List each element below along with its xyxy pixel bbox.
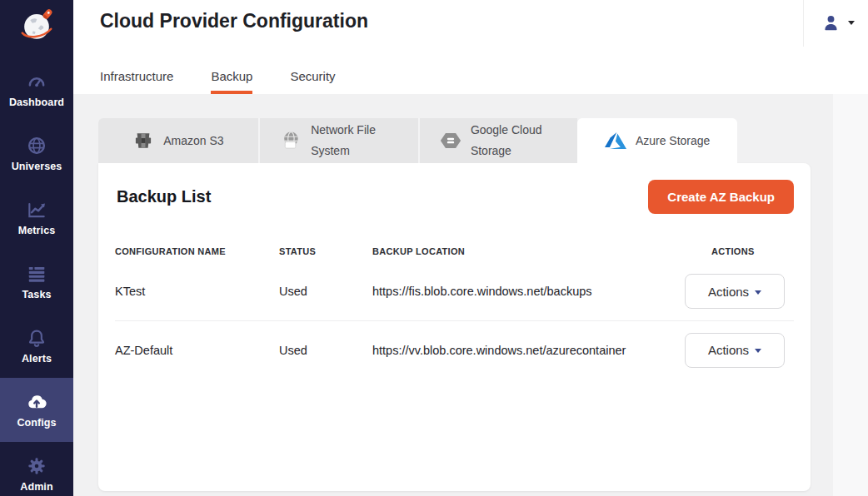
gear-icon (26, 455, 47, 477)
sidebar-nav: Dashboard Universes Metrics (0, 57, 73, 496)
sidebar-item-label: Tasks (22, 289, 51, 300)
table-row[interactable]: AZ-Default Used https://vv.blob.core.win… (115, 320, 794, 379)
status-cell: Used (279, 344, 372, 357)
chart-icon (26, 199, 47, 221)
gcs-hexagon-icon (440, 130, 461, 151)
azure-icon (605, 130, 626, 151)
sidebar-item-label: Metrics (18, 225, 55, 236)
tab-security[interactable]: Security (290, 69, 335, 94)
sidebar-item-configs[interactable]: Configs (0, 378, 73, 442)
actions-button-label: Actions (708, 343, 749, 357)
sidebar-item-label: Universes (12, 161, 62, 172)
chevron-down-icon (755, 349, 761, 353)
sidebar-item-metrics[interactable]: Metrics (0, 186, 73, 250)
create-az-backup-button[interactable]: Create AZ Backup (648, 180, 794, 214)
chevron-down-icon (755, 290, 761, 295)
provider-tabs: Amazon S3 Network File System (98, 118, 737, 163)
header-divider (803, 0, 804, 47)
config-name-cell: KTest (115, 285, 279, 298)
nfs-globe-icon (280, 130, 302, 151)
tab-backup[interactable]: Backup (211, 69, 252, 94)
sidebar-item-tasks[interactable]: Tasks (0, 250, 73, 314)
app-logo-icon[interactable] (17, 6, 56, 44)
backup-list-panel: Backup List Create AZ Backup CONFIGURATI… (98, 163, 811, 491)
provider-tab-azure-storage[interactable]: Azure Storage (577, 118, 737, 163)
table-header-row: CONFIGURATION NAME STATUS BACKUP LOCATIO… (115, 241, 794, 262)
sidebar-item-label: Admin (20, 481, 52, 493)
actions-button-label: Actions (708, 285, 749, 299)
panel-heading: Backup List (117, 187, 211, 206)
content-area: Amazon S3 Network File System (73, 94, 868, 496)
user-menu-dropdown[interactable] (821, 13, 855, 32)
provider-tab-google-cloud-storage[interactable]: Google Cloud Storage (418, 118, 578, 163)
sidebar-item-label: Dashboard (9, 97, 64, 108)
sidebar-item-universes[interactable]: Universes (0, 122, 73, 186)
sidebar: Dashboard Universes Metrics (0, 0, 73, 496)
app-root: Dashboard Universes Metrics (0, 0, 868, 496)
top-header: Cloud Provider Configuration Infrastruct… (73, 0, 868, 94)
column-header-actions: ACTIONS (685, 246, 794, 256)
provider-tab-network-file-system[interactable]: Network File System (258, 118, 418, 163)
actions-dropdown-button[interactable]: Actions (685, 274, 785, 309)
status-cell: Used (279, 285, 372, 298)
user-icon (821, 13, 841, 32)
sidebar-item-alerts[interactable]: Alerts (0, 314, 73, 378)
sidebar-item-admin[interactable]: Admin (0, 442, 73, 496)
main-area: Cloud Provider Configuration Infrastruct… (73, 0, 868, 496)
backup-location-cell: https://fis.blob.core.windows.net/backup… (372, 285, 685, 298)
backup-location-cell: https://vv.blob.core.windows.net/azureco… (372, 344, 685, 357)
provider-tab-label: Amazon S3 (163, 131, 223, 151)
backup-table: CONFIGURATION NAME STATUS BACKUP LOCATIO… (115, 241, 794, 379)
sidebar-item-label: Alerts (22, 353, 52, 365)
actions-dropdown-button[interactable]: Actions (685, 333, 785, 368)
section-tabs: Infrastructure Backup Security (100, 69, 336, 94)
config-name-cell: AZ-Default (115, 344, 279, 357)
chevron-down-icon (848, 21, 855, 25)
gauge-icon (26, 71, 47, 92)
column-header-status: STATUS (279, 246, 372, 256)
column-header-configuration-name: CONFIGURATION NAME (115, 246, 279, 256)
cloud-upload-icon (26, 391, 47, 413)
page-title: Cloud Provider Configuration (100, 10, 368, 32)
provider-tab-label: Google Cloud Storage (471, 120, 557, 161)
provider-tab-label: Azure Storage (636, 131, 711, 151)
scroll-track[interactable] (833, 94, 868, 496)
sidebar-item-dashboard[interactable]: Dashboard (0, 57, 73, 122)
globe-icon (26, 135, 47, 156)
list-icon (26, 263, 47, 285)
column-header-backup-location: BACKUP LOCATION (372, 246, 685, 256)
provider-tab-label: Network File System (311, 120, 397, 161)
sidebar-item-label: Configs (17, 417, 56, 429)
tab-infrastructure[interactable]: Infrastructure (100, 69, 173, 94)
provider-tab-amazon-s3[interactable]: Amazon S3 (98, 118, 258, 163)
bell-icon (26, 327, 47, 349)
s3-bucket-icon (132, 130, 154, 151)
table-row[interactable]: KTest Used https://fis.blob.core.windows… (115, 262, 794, 320)
